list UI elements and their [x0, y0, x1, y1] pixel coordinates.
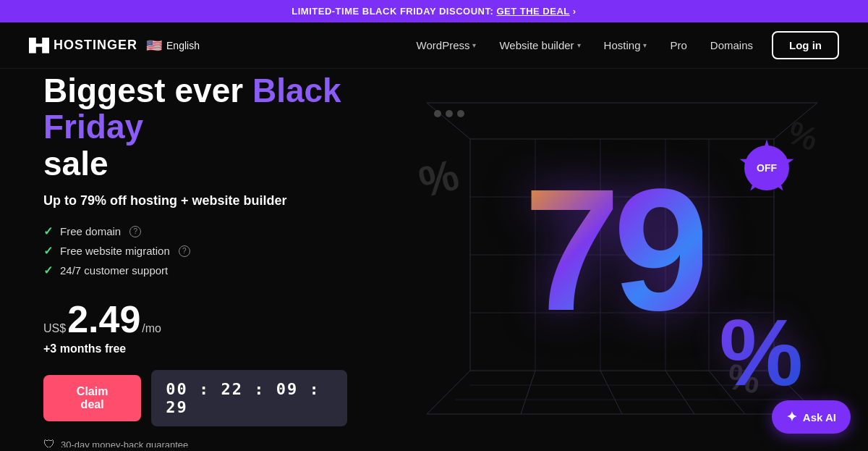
logo-h-icon: [29, 38, 49, 54]
feature-support-label: 24/7 customer support: [60, 264, 168, 277]
hero-subtitle: Up to 79% off hosting + website builder: [43, 193, 347, 208]
language-selector[interactable]: 🇺🇸 English: [146, 38, 200, 54]
language-label: English: [166, 40, 200, 51]
svg-line-4: [427, 371, 470, 414]
svg-line-9: [665, 371, 694, 414]
nav-label-website-builder: Website builder: [499, 39, 574, 51]
nav-item-hosting[interactable]: Hosting ▾: [594, 33, 658, 57]
banner-cta[interactable]: GET THE DEAL: [496, 6, 569, 17]
ai-icon: ✦: [786, 409, 797, 425]
logo-icon[interactable]: HOSTINGER: [29, 38, 137, 54]
shield-icon: 🛡: [43, 438, 55, 447]
check-icon: ✓: [43, 264, 53, 277]
feature-support: ✓ 24/7 customer support: [43, 264, 347, 277]
nav-item-pro[interactable]: Pro: [660, 33, 697, 57]
big-discount-number: 79: [524, 163, 702, 337]
promo-banner: LIMITED-TIME BLACK FRIDAY DISCOUNT: GET …: [0, 0, 868, 22]
claim-deal-button[interactable]: Claim deal: [43, 375, 141, 421]
navbar: HOSTINGER 🇺🇸 English WordPress ▾ Website…: [0, 22, 868, 69]
window-dot: [457, 110, 464, 117]
svg-line-7: [521, 371, 535, 414]
feature-domain: ✓ Free domain ?: [43, 224, 347, 238]
off-badge: OFF: [738, 139, 796, 197]
nav-item-domains[interactable]: Domains: [700, 33, 763, 57]
grid-container: % % % 79 % OFF: [412, 96, 832, 421]
logo-area: HOSTINGER 🇺🇸 English: [29, 38, 200, 54]
nav-label-pro: Pro: [670, 39, 686, 51]
price-area: US$ 2.49 /mo: [43, 300, 347, 338]
title-end: sale: [43, 145, 109, 182]
check-icon: ✓: [43, 224, 53, 238]
login-button[interactable]: Log in: [772, 31, 839, 59]
guarantee: 🛡 30-day money-back guarantee: [43, 438, 347, 447]
flag-icon: 🇺🇸: [146, 38, 162, 54]
cta-row: Claim deal 00 : 22 : 09 : 29: [43, 370, 347, 426]
nav-item-website-builder[interactable]: Website builder ▾: [489, 33, 590, 57]
chevron-down-icon: ▾: [643, 41, 647, 49]
ask-ai-button[interactable]: ✦ Ask AI: [772, 400, 851, 434]
hero-visual: % % % 79 % OFF: [376, 69, 868, 447]
banner-text: LIMITED-TIME BLACK FRIDAY DISCOUNT:: [292, 6, 493, 17]
hero-title: Biggest ever Black Friday sale: [43, 72, 347, 182]
price-period: /mo: [142, 322, 161, 335]
window-dots: [434, 110, 464, 117]
price-bonus: +3 months free: [43, 342, 347, 355]
hero-section: Biggest ever Black Friday sale Up to 79%…: [0, 69, 868, 447]
features-list: ✓ Free domain ? ✓ Free website migration…: [43, 224, 347, 283]
price-currency: US$: [43, 322, 66, 335]
feature-migration-label: Free website migration: [60, 245, 170, 257]
nav-links: WordPress ▾ Website builder ▾ Hosting ▾ …: [407, 31, 839, 59]
logo-text: HOSTINGER: [54, 38, 137, 53]
feature-domain-label: Free domain: [60, 225, 121, 237]
info-icon[interactable]: ?: [179, 245, 190, 257]
chevron-down-icon: ▾: [472, 41, 476, 49]
nav-item-wordpress[interactable]: WordPress ▾: [407, 33, 487, 57]
off-badge-label: OFF: [744, 146, 789, 190]
nav-label-hosting: Hosting: [604, 39, 641, 51]
countdown-timer: 00 : 22 : 09 : 29: [151, 370, 347, 426]
price-line: US$ 2.49 /mo: [43, 300, 347, 338]
guarantee-text: 30-day money-back guarantee: [61, 439, 188, 447]
nav-label-domains: Domains: [710, 39, 753, 51]
banner-arrow: ›: [573, 6, 576, 17]
svg-line-13: [427, 103, 470, 139]
feature-migration: ✓ Free website migration ?: [43, 244, 347, 258]
window-dot: [434, 110, 441, 117]
chevron-down-icon: ▾: [577, 41, 581, 49]
ask-ai-label: Ask AI: [803, 411, 836, 423]
svg-line-8: [600, 371, 622, 414]
check-icon: ✓: [43, 244, 53, 258]
window-dot: [446, 110, 453, 117]
percent-sign: %: [719, 298, 803, 407]
price-amount: 2.49: [67, 300, 140, 338]
hero-content: Biggest ever Black Friday sale Up to 79%…: [0, 69, 376, 447]
nav-label-wordpress: WordPress: [417, 39, 470, 51]
info-icon[interactable]: ?: [129, 226, 141, 237]
title-normal: Biggest ever: [43, 72, 243, 109]
